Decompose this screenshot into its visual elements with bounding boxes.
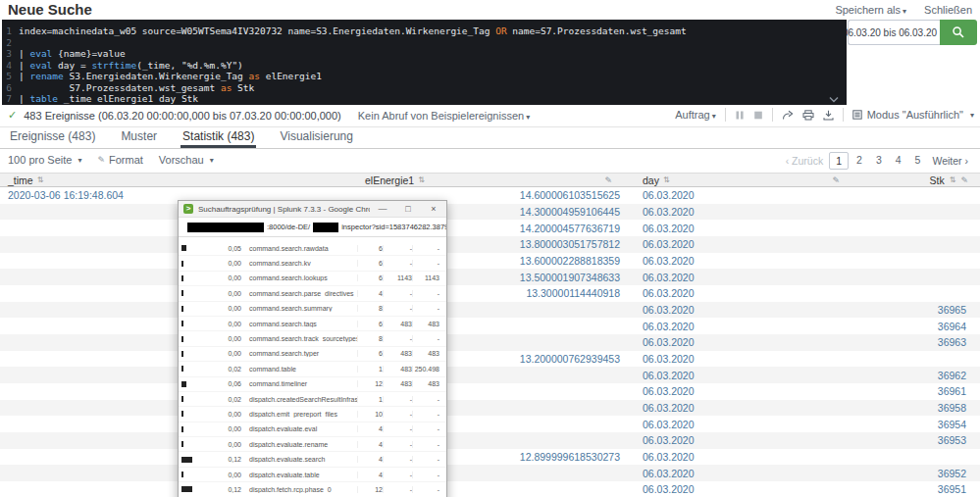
per-page-dropdown[interactable]: 100 pro Seite▾ (8, 154, 81, 166)
cell-elenergie1-value[interactable]: 13.500001907348633 (520, 272, 620, 283)
cell-elenergie1-value[interactable]: 14.600006103515625 (520, 189, 620, 201)
tab-statistik-483[interactable]: Statistik (483) (181, 127, 256, 148)
cell-day-value[interactable]: 06.03.2020 (643, 353, 695, 365)
cell-day[interactable]: 06.03.2020 (620, 353, 846, 365)
cell-elenergie1-value[interactable]: 14.200004577636719 (520, 223, 620, 234)
cell-day-value[interactable]: 06.03.2020 (643, 206, 695, 218)
cell-day[interactable]: 06.03.2020 (620, 483, 846, 495)
edit-column-icon[interactable]: ✎ (960, 175, 968, 185)
cell-day-value[interactable]: 06.03.2020 (643, 238, 695, 250)
preview-dropdown[interactable]: Vorschau▾ (159, 154, 214, 166)
pause-job-button[interactable] (735, 110, 745, 121)
cell-stk-value[interactable]: 36964 (938, 321, 966, 332)
cell-day-value[interactable]: 06.03.2020 (643, 255, 695, 267)
cell-day[interactable]: 06.03.2020 (620, 402, 846, 414)
prev-page-button[interactable]: ‹ Zurück (782, 153, 828, 169)
cell-elenergie1-value[interactable]: 14.300004959106445 (520, 206, 620, 218)
cell-stk[interactable]: 36958 (846, 402, 980, 414)
column-header-day[interactable]: day⇅ ✎ (620, 174, 846, 186)
cell-day-value[interactable]: 06.03.2020 (643, 385, 695, 397)
cell-day[interactable]: 06.03.2020 (620, 223, 846, 234)
column-header-elenergie1[interactable]: elEnergie1⇅ ✎ (353, 174, 620, 186)
cell-elenergie1-value[interactable]: 13.200000762939453 (520, 353, 620, 365)
cell-day[interactable]: 06.03.2020 (620, 321, 846, 332)
editor-expand-chevron-icon[interactable] (829, 96, 839, 103)
maximize-button[interactable]: □ (395, 201, 421, 217)
close-button[interactable]: Schließen (924, 4, 972, 16)
cell-elenergie1-value[interactable]: 12.899999618530273 (520, 451, 620, 463)
cell-day[interactable]: 06.03.2020 (620, 255, 846, 267)
page-button-4[interactable]: 4 (890, 152, 907, 170)
cell-elenergie1-value[interactable]: 13.800003051757812 (520, 238, 620, 250)
page-button-3[interactable]: 3 (870, 152, 888, 170)
close-window-button[interactable]: × (421, 201, 446, 217)
cell-day[interactable]: 06.03.2020 (620, 304, 846, 316)
query-text[interactable]: | eval day = strftime(_time, "%d.%m.%Y") (19, 60, 243, 72)
cell-day-value[interactable]: 06.03.2020 (643, 468, 695, 479)
cell-day[interactable]: 06.03.2020 (620, 419, 846, 430)
cell-stk-value[interactable]: 36962 (938, 370, 966, 381)
cell-day-value[interactable]: 06.03.2020 (643, 434, 695, 446)
sampling-dropdown[interactable]: Kein Abruf von Beispielereignissen▾ (358, 110, 530, 122)
cell-day[interactable]: 06.03.2020 (620, 272, 846, 283)
cell-day-value[interactable]: 06.03.2020 (643, 189, 695, 201)
search-button[interactable] (940, 20, 977, 45)
timerange-picker[interactable]: 06.03.20 bis 06.03.20▾ (848, 20, 940, 45)
save-as-button[interactable]: Speichern als▾ (835, 4, 906, 16)
cell-stk[interactable]: 36963 (846, 336, 980, 348)
sort-icon[interactable]: ⇅ (950, 175, 956, 184)
cell-day-value[interactable]: 06.03.2020 (643, 451, 695, 463)
query-text[interactable]: | eval {name}=value (19, 48, 126, 60)
query-text[interactable]: S7.Prozessdaten.wst_gesamt as Stk (19, 82, 254, 94)
cell-time-value[interactable]: 2020-03-06 16:19:48.604 (8, 189, 124, 201)
edit-column-icon[interactable]: ✎ (604, 175, 612, 185)
share-button[interactable] (782, 110, 794, 121)
cell-day-value[interactable]: 06.03.2020 (643, 223, 695, 234)
cell-stk[interactable]: 36952 (846, 468, 980, 479)
edit-column-icon[interactable]: ✎ (832, 175, 840, 185)
export-button[interactable] (823, 110, 834, 121)
page-button-2[interactable]: 2 (851, 152, 868, 170)
cell-day[interactable]: 06.03.2020 (620, 468, 846, 479)
cell-day[interactable]: 06.03.2020 (620, 451, 846, 463)
cell-day-value[interactable]: 06.03.2020 (643, 419, 695, 430)
cell-stk[interactable]: 36953 (846, 434, 980, 446)
cell-stk-value[interactable]: 36963 (938, 336, 966, 348)
print-button[interactable] (802, 110, 814, 121)
mode-selector[interactable]: Modus "Ausführlich"▾ (852, 109, 974, 121)
cell-stk[interactable]: 36954 (846, 419, 980, 430)
sort-icon[interactable]: ⇅ (663, 175, 670, 184)
cell-day-value[interactable]: 06.03.2020 (643, 370, 695, 381)
column-header-stk[interactable]: Stk⇅ ✎ (846, 174, 980, 186)
cell-stk-value[interactable]: 36952 (938, 468, 966, 479)
cell-stk[interactable]: 36961 (846, 385, 980, 397)
cell-day[interactable]: 06.03.2020 (620, 206, 846, 218)
cell-elenergie1-value[interactable]: 13.600002288818359 (520, 255, 620, 267)
stop-job-button[interactable] (753, 110, 763, 121)
next-page-button[interactable]: Weiter › (928, 153, 972, 169)
cell-day-value[interactable]: 06.03.2020 (643, 321, 695, 332)
query-text[interactable]: | table _time elEnergie1 day Stk (19, 93, 198, 105)
sort-icon[interactable]: ⇅ (418, 175, 425, 184)
cell-day-value[interactable]: 06.03.2020 (643, 483, 695, 495)
cell-stk-value[interactable]: 36965 (938, 304, 966, 316)
job-menu[interactable]: Auftrag▾ (675, 109, 715, 121)
cell-day-value[interactable]: 06.03.2020 (643, 336, 695, 348)
cell-day[interactable]: 06.03.2020 (620, 287, 846, 299)
cell-day[interactable]: 06.03.2020 (620, 189, 846, 201)
sort-icon[interactable]: ⇅ (37, 175, 44, 184)
cell-stk-value[interactable]: 36954 (938, 419, 966, 430)
cell-elenergie1-value[interactable]: 13.30000114440918 (526, 287, 620, 299)
cell-day[interactable]: 06.03.2020 (620, 238, 846, 250)
column-header-time[interactable]: _time⇅ (0, 174, 353, 186)
cell-stk[interactable]: 36962 (846, 370, 980, 381)
minimize-button[interactable]: — (370, 201, 395, 217)
cell-stk[interactable]: 36965 (846, 304, 980, 316)
tab-muster[interactable]: Muster (119, 127, 159, 148)
cell-stk-value[interactable]: 36953 (938, 434, 966, 446)
cell-day-value[interactable]: 06.03.2020 (643, 272, 695, 283)
cell-stk-value[interactable]: 36961 (938, 385, 966, 397)
cell-day[interactable]: 06.03.2020 (620, 385, 846, 397)
popup-titlebar[interactable]: > Suchauftragsprüfung | Splunk 7.3.3 - G… (179, 201, 446, 218)
cell-stk[interactable]: 36951 (846, 483, 980, 495)
